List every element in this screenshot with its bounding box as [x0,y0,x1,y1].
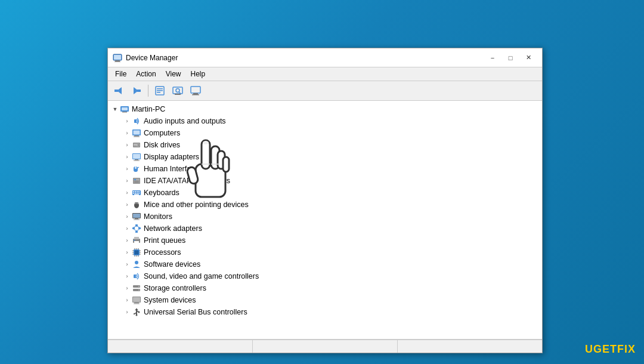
usb-icon [132,307,141,317]
svg-rect-17 [193,93,198,94]
svg-rect-36 [135,166,137,169]
svg-rect-94 [133,297,140,302]
svg-rect-46 [137,192,138,193]
svg-rect-42 [134,182,139,183]
tree-network[interactable]: › Network adapters [110,223,540,235]
menu-help[interactable]: Help [186,69,210,79]
storage-expand[interactable]: › [122,283,132,293]
processors-expand[interactable]: › [122,248,132,257]
minimize-button[interactable]: − [484,52,501,64]
svg-rect-11 [157,92,160,93]
svg-rect-52 [134,195,139,196]
tree-usb[interactable]: › Universal Serial Bus controllers [110,306,540,318]
svg-rect-55 [137,202,138,204]
software-label: Software devices [144,260,200,269]
keyboards-expand[interactable]: › [122,188,132,198]
toolbar-sep-1 [148,85,148,97]
watermark-prefix: UG [585,343,602,355]
window-title: Device Manager [126,54,484,62]
audio-label: Audio inputs and outputs [144,117,226,125]
toolbar-scan[interactable] [169,83,186,98]
ide-expand[interactable]: › [122,176,132,186]
svg-rect-7 [137,90,141,92]
svg-rect-34 [134,161,140,161]
svg-rect-3 [114,55,121,60]
menu-view[interactable]: View [161,69,186,79]
tree-keyboards[interactable]: › Keyboards [110,187,540,199]
print-expand[interactable]: › [122,236,132,245]
tree-display[interactable]: › Display adapters [110,151,540,163]
monitors-label: Monitors [144,212,172,221]
tree-print[interactable]: › Print queues [110,235,540,246]
svg-point-29 [138,144,140,146]
audio-expand[interactable]: › [122,116,132,126]
menu-action[interactable]: Action [131,69,160,79]
tree-root[interactable]: ▼ Martin-PC [110,103,540,115]
svg-rect-20 [122,107,128,110]
hid-label: Human Interface Devices [144,165,227,173]
tree-ide[interactable]: › IDE ATA/ATAPI controllers [110,175,540,187]
svg-rect-5 [114,90,118,92]
svg-line-68 [137,229,140,231]
sound-expand[interactable]: › [122,272,132,281]
software-expand[interactable]: › [122,260,132,269]
root-icon [120,104,129,114]
disk-expand[interactable]: › [122,140,132,150]
sound-icon [132,272,141,281]
toolbar-back[interactable] [110,83,127,98]
hid-expand[interactable]: › [122,164,132,174]
tree-software[interactable]: › Software devices [110,258,540,270]
tree-mice[interactable]: › Mice and other pointing devices [110,199,540,211]
tree-computers[interactable]: › Computers [110,127,540,139]
disk-label: Disk drives [144,141,180,149]
device-tree[interactable]: ▼ Martin-PC › Audio inputs and outpu [108,101,542,340]
system-expand[interactable]: › [122,295,132,305]
tree-disk[interactable]: › Disk drives [110,139,540,151]
tree-system[interactable]: › System devices [110,294,540,306]
svg-rect-33 [135,159,138,161]
usb-expand[interactable]: › [122,307,132,317]
svg-point-92 [138,289,140,291]
svg-rect-44 [133,192,134,193]
disk-icon [132,140,141,150]
svg-rect-40 [134,179,136,180]
svg-rect-18 [192,94,199,95]
software-icon [132,260,141,269]
svg-rect-24 [134,131,140,135]
close-button[interactable]: ✕ [519,52,537,64]
svg-rect-47 [138,192,140,193]
tree-processors[interactable]: › Proces [110,246,540,258]
svg-rect-12 [173,87,182,94]
network-expand[interactable]: › [122,224,132,233]
svg-rect-95 [134,303,139,304]
tree-sound[interactable]: › Sound, video and game controllers [110,270,540,282]
toolbar-forward[interactable] [128,83,145,98]
svg-rect-58 [133,214,140,218]
maximize-button[interactable]: □ [501,52,519,64]
sound-label: Sound, video and game controllers [144,272,259,280]
svg-rect-96 [134,304,140,304]
toolbar-properties[interactable] [151,83,168,98]
tree-audio[interactable]: › Audio inputs and outputs [110,115,540,127]
status-section-1 [108,340,253,353]
menu-file[interactable]: File [110,69,131,79]
svg-rect-74 [135,251,139,255]
tree-monitors[interactable]: › Monitors [110,211,540,223]
display-expand[interactable]: › [122,152,132,162]
root-expand[interactable]: ▼ [110,104,120,114]
toolbar-display[interactable] [187,83,204,98]
storage-label: Storage controllers [144,284,206,292]
svg-point-103 [136,314,138,316]
tree-hid[interactable]: › Human Interface Devices [110,163,540,175]
mice-expand[interactable]: › [122,200,132,209]
svg-line-65 [134,226,137,227]
svg-line-67 [134,229,137,231]
watermark-highlight: ET [602,343,617,355]
processors-icon [132,248,141,257]
window-controls: − □ ✕ [484,52,537,64]
tree-storage[interactable]: › Storage controllers [110,282,540,294]
monitors-expand[interactable]: › [122,212,132,221]
computers-expand[interactable]: › [122,128,132,138]
monitors-icon [132,212,141,221]
computers-label: Computers [144,129,180,137]
